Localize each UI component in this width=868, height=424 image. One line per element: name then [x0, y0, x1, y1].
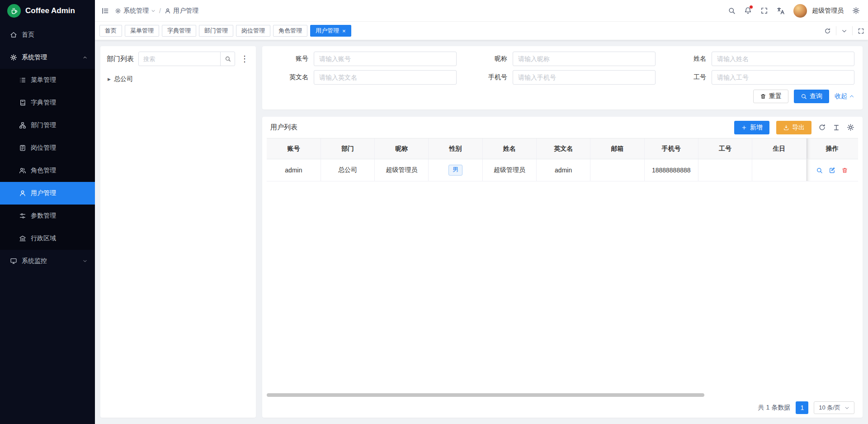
name-label: 姓名: [668, 55, 712, 63]
sidebar-item-label: 行政区域: [31, 234, 56, 243]
username[interactable]: 超级管理员: [812, 7, 844, 15]
badge-icon: [19, 144, 26, 152]
breadcrumb-label: 用户管理: [173, 7, 198, 15]
sidebar-collapse-icon[interactable]: [101, 7, 109, 15]
sidebar-item-dict-management[interactable]: 字典管理: [0, 91, 95, 114]
notification-dot: [750, 5, 753, 9]
sidebar-item-system-management[interactable]: 系统管理: [0, 46, 95, 69]
refresh-icon[interactable]: [818, 124, 826, 131]
table-container: 账号 部门 昵称 性别 姓名 英文名 邮箱 手机号 工号 生日: [267, 138, 858, 398]
sidebar-item-label: 系统管理: [22, 53, 78, 62]
breadcrumb-label: 系统管理: [123, 7, 149, 15]
user-list-header: 用户列表 新增 导出: [267, 117, 858, 138]
phone-label: 手机号: [469, 73, 513, 81]
department-search-input[interactable]: [139, 56, 220, 62]
nickname-label: 昵称: [469, 55, 513, 63]
divider: [852, 26, 853, 35]
more-options-icon[interactable]: ⋮: [240, 55, 250, 63]
add-user-button[interactable]: 新增: [734, 121, 769, 134]
tab-home[interactable]: 首页: [99, 25, 122, 37]
sidebar-item-dept-management[interactable]: 部门管理: [0, 114, 95, 137]
column-settings-gear-icon[interactable]: [847, 124, 854, 131]
column-header-account: 账号: [267, 138, 321, 159]
page-size-select[interactable]: 10 条/页: [814, 401, 854, 414]
app-logo: Coffee Admin: [0, 0, 95, 22]
sidebar-menu: 首页 系统管理 菜单管理 字典管理 部门管理: [0, 22, 95, 272]
cell-account: admin: [267, 159, 321, 181]
close-icon[interactable]: ×: [342, 28, 346, 34]
plus-icon: [741, 124, 747, 131]
topbar: 系统管理 / 用户管理: [95, 0, 868, 22]
tab-menu-management[interactable]: 菜单管理: [125, 25, 159, 37]
export-button[interactable]: 导出: [776, 121, 811, 134]
cell-email: [590, 159, 644, 181]
column-header-nickname: 昵称: [375, 138, 429, 159]
delete-icon[interactable]: [841, 167, 848, 174]
user-icon: [19, 190, 26, 197]
sidebar-item-param-management[interactable]: 参数管理: [0, 205, 95, 227]
horizontal-scrollbar[interactable]: [267, 393, 704, 397]
job-number-input[interactable]: [712, 70, 854, 85]
sidebar-item-label: 角色管理: [31, 167, 56, 175]
sliders-icon: [19, 212, 26, 219]
breadcrumb-item-system[interactable]: 系统管理: [115, 7, 156, 15]
pagination: 共 1 条数据 1 10 条/页: [267, 398, 858, 418]
chevron-down-icon: [151, 9, 156, 13]
user-icon: [165, 8, 171, 14]
user-table: 账号 部门 昵称 性别 姓名 英文名 邮箱 手机号 工号 生日: [267, 138, 858, 181]
tab-post-management[interactable]: 岗位管理: [236, 25, 270, 37]
sidebar-item-label: 岗位管理: [31, 144, 56, 152]
settings-gear-icon[interactable]: [852, 7, 860, 14]
fullscreen-icon[interactable]: [760, 7, 768, 14]
reset-button[interactable]: 重置: [753, 90, 788, 103]
divider: [836, 26, 836, 35]
sidebar-item-post-management[interactable]: 岗位管理: [0, 137, 95, 159]
tab-role-management[interactable]: 角色管理: [273, 25, 307, 37]
column-width-icon[interactable]: [833, 124, 840, 131]
view-icon[interactable]: [816, 167, 823, 174]
account-input[interactable]: [314, 52, 457, 66]
trash-icon: [760, 93, 766, 100]
name-input[interactable]: [712, 52, 854, 66]
tab-user-management[interactable]: 用户管理 ×: [310, 25, 351, 37]
edit-icon[interactable]: [829, 167, 835, 174]
nickname-input[interactable]: [513, 52, 656, 66]
tab-dept-management[interactable]: 部门管理: [199, 25, 233, 37]
english-name-input[interactable]: [314, 70, 457, 85]
sidebar-item-label: 参数管理: [31, 212, 56, 220]
content-expand-icon[interactable]: [857, 28, 865, 34]
sidebar-item-user-management[interactable]: 用户管理: [0, 182, 95, 205]
system-management-submenu: 菜单管理 字典管理 部门管理 岗位管理 角色管理: [0, 69, 95, 250]
column-header-actions: 操作: [806, 138, 858, 159]
query-button[interactable]: 查询: [794, 90, 829, 103]
sidebar-item-menu-management[interactable]: 菜单管理: [0, 69, 95, 91]
search-icon[interactable]: [220, 52, 235, 66]
user-avatar[interactable]: [793, 4, 807, 18]
sidebar-item-role-management[interactable]: 角色管理: [0, 159, 95, 182]
breadcrumb-item-user: 用户管理: [165, 7, 198, 15]
column-header-birthday: 生日: [752, 138, 806, 159]
tree-node-root[interactable]: ▶ 总公司: [107, 73, 250, 85]
book-icon: [19, 99, 26, 106]
collapse-form-link[interactable]: 收起: [835, 92, 854, 100]
topbar-right: 超级管理员: [728, 4, 860, 18]
caret-right-icon[interactable]: ▶: [108, 77, 111, 81]
search-form-card: 账号 昵称 姓名 英文名: [262, 46, 863, 110]
department-panel-header: 部门列表 ⋮: [107, 52, 250, 66]
sidebar-item-admin-region[interactable]: 行政区域: [0, 227, 95, 250]
sidebar-item-home[interactable]: 首页: [0, 24, 95, 46]
chevron-down-icon[interactable]: [840, 28, 848, 34]
sidebar-item-system-monitor[interactable]: 系统监控: [0, 250, 95, 272]
table-toolbar: 新增 导出: [734, 121, 854, 134]
translate-icon[interactable]: [777, 7, 785, 15]
page-content: 部门列表 ⋮ ▶ 总公司: [95, 40, 868, 424]
phone-input[interactable]: [513, 70, 656, 85]
notification-bell-icon[interactable]: [744, 7, 752, 14]
tree-node-label: 总公司: [114, 75, 133, 83]
refresh-icon[interactable]: [823, 28, 832, 34]
search-icon[interactable]: [728, 7, 736, 14]
page-number-button[interactable]: 1: [796, 401, 808, 414]
table-row[interactable]: admin 总公司 超级管理员 男 超级管理员 admin 1888888888…: [267, 159, 858, 181]
coffee-logo-icon: [7, 4, 21, 18]
tab-dict-management[interactable]: 字典管理: [162, 25, 196, 37]
